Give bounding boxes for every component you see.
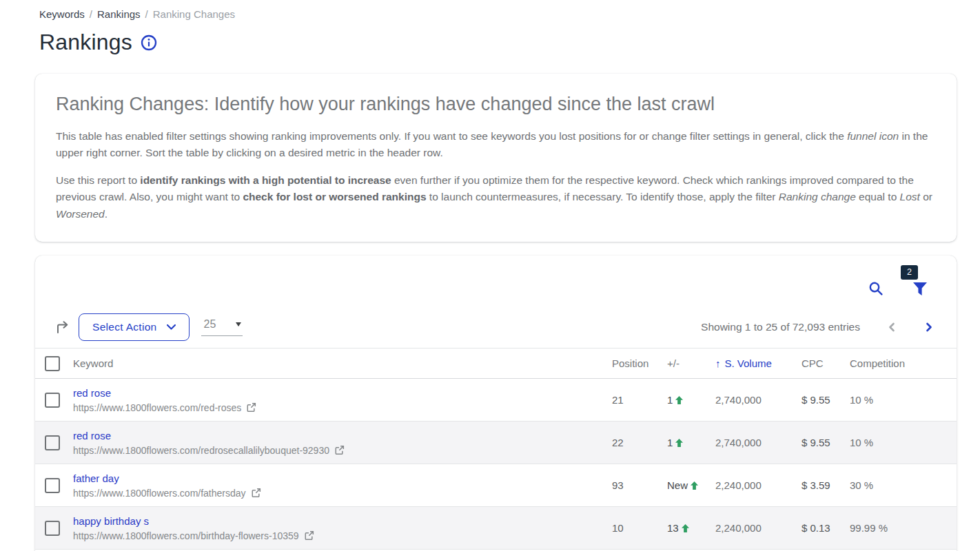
table-row: red rose https://www.1800flowers.com/red…: [35, 422, 957, 464]
position-value: 93: [612, 464, 667, 507]
ranking-changes-page: Keywords / Rankings / Ranking Changes Ra…: [0, 8, 980, 551]
position-value: 21: [612, 379, 667, 422]
rankings-table-card: 2 Select Action 25 Showing 1 to 25 of: [35, 256, 957, 551]
row-checkbox[interactable]: [45, 393, 60, 408]
table-action-row: Select Action 25 Showing 1 to 25 of 72,0…: [55, 313, 935, 342]
position-value: 22: [612, 422, 667, 464]
keyword-link[interactable]: red rose: [73, 430, 111, 441]
breadcrumb-keywords[interactable]: Keywords: [39, 8, 85, 20]
breadcrumb-rankings[interactable]: Rankings: [97, 8, 141, 20]
table-row: happy birthday s https://www.1800flowers…: [35, 507, 957, 550]
table-row: father day https://www.1800flowers.com/f…: [35, 464, 957, 507]
filter-value-lost: Lost: [900, 191, 920, 202]
table-row: red rose https://www.1800flowers.com/red…: [35, 379, 957, 422]
caret-down-icon: [236, 322, 241, 326]
row-checkbox[interactable]: [45, 435, 60, 450]
row-url: https://www.1800flowers.com/red-roses: [73, 402, 241, 413]
competition-value: 30 %: [850, 464, 957, 507]
page-size-select[interactable]: 25: [201, 318, 243, 336]
cpc-value: $ 3.59: [802, 464, 850, 507]
showing-entries-text: Showing 1 to 25 of 72,093 entries: [701, 321, 860, 333]
text-bold: identify rankings with a high potential …: [140, 174, 391, 186]
keyword-link[interactable]: red rose: [73, 387, 111, 399]
change-value: 1: [667, 437, 673, 448]
row-url: https://www.1800flowers.com/fathersday: [73, 488, 246, 499]
green-up-arrow-icon: [691, 481, 698, 490]
page-size-value: 25: [204, 318, 216, 331]
intro-paragraph-1: This table has enabled filter settings s…: [56, 128, 936, 162]
text: .: [105, 208, 108, 220]
cpc-value: $ 9.55: [802, 379, 850, 422]
intro-paragraph-2: Use this report to identify rankings wit…: [56, 172, 936, 222]
text: or: [920, 191, 932, 202]
change-value: 1: [667, 394, 673, 406]
table-header-row: Keyword Position +/- ↑S. Volume CPC Comp…: [35, 349, 957, 379]
cpc-value: $ 0.13: [802, 507, 850, 550]
volume-value: 2,740,000: [715, 379, 802, 422]
share-arrow-icon[interactable]: [55, 320, 70, 335]
breadcrumb-separator: /: [145, 8, 148, 20]
competition-value: 99.99 %: [850, 507, 957, 550]
external-link-icon[interactable]: [246, 402, 256, 413]
funnel-filter-icon[interactable]: [912, 282, 928, 300]
change-value: New: [667, 479, 688, 491]
sort-asc-icon: ↑: [715, 357, 721, 369]
external-link-icon[interactable]: [304, 530, 314, 541]
intro-card: Ranking Changes: Identify how your ranki…: [35, 74, 957, 242]
change-value: 13: [667, 522, 679, 534]
header-change[interactable]: +/-: [667, 349, 715, 379]
keyword-link[interactable]: happy birthday s: [73, 515, 149, 527]
breadcrumb-ranking-changes: Ranking Changes: [153, 8, 235, 20]
header-position[interactable]: Position: [612, 349, 667, 379]
intro-heading: Ranking Changes: Identify how your ranki…: [56, 94, 936, 115]
row-checkbox[interactable]: [45, 521, 60, 536]
volume-value: 2,240,000: [715, 464, 802, 507]
header-keyword[interactable]: Keyword: [73, 349, 612, 379]
row-url: https://www.1800flowers.com/birthday-flo…: [73, 530, 299, 541]
text-bold: check for lost or worsened rankings: [243, 191, 426, 202]
competition-value: 10 %: [850, 422, 957, 464]
volume-value: 2,740,000: [715, 422, 802, 464]
chevron-down-icon: [167, 324, 176, 330]
header-s-volume[interactable]: ↑S. Volume: [715, 349, 802, 379]
external-link-icon[interactable]: [251, 488, 261, 498]
external-link-icon[interactable]: [334, 445, 345, 455]
chevron-right-icon[interactable]: [923, 322, 935, 333]
cpc-value: $ 9.55: [802, 422, 850, 464]
volume-value: 2,240,000: [715, 507, 802, 550]
position-value: 10: [612, 507, 667, 550]
filter-value-worsened: Worsened: [56, 208, 105, 220]
select-action-dropdown[interactable]: Select Action: [79, 313, 190, 341]
green-up-arrow-icon: [675, 439, 683, 447]
filter-name-mention: Ranking change: [779, 191, 856, 202]
keyword-link[interactable]: father day: [73, 472, 119, 484]
breadcrumb-separator: /: [90, 8, 92, 20]
header-cpc[interactable]: CPC: [802, 349, 850, 379]
select-action-label: Select Action: [92, 321, 157, 333]
green-up-arrow-icon: [675, 396, 683, 404]
text: equal to: [856, 191, 900, 202]
page-title: Rankings: [39, 30, 132, 55]
chevron-left-icon[interactable]: [886, 322, 897, 333]
competition-value: 10 %: [850, 379, 957, 422]
filter-count-badge: 2: [901, 265, 918, 280]
green-up-arrow-icon: [682, 524, 689, 532]
search-icon[interactable]: [868, 280, 884, 300]
breadcrumb: Keywords / Rankings / Ranking Changes: [39, 8, 980, 20]
row-checkbox[interactable]: [45, 478, 60, 493]
header-competition[interactable]: Competition: [850, 349, 957, 379]
text: This table has enabled filter settings s…: [56, 130, 847, 142]
rankings-table: Keyword Position +/- ↑S. Volume CPC Comp…: [35, 348, 957, 551]
header-s-volume-label: S. Volume: [725, 357, 772, 369]
table-tools: 2: [846, 265, 936, 306]
info-circle-icon[interactable]: [141, 34, 157, 51]
text: Use this report to: [56, 174, 140, 186]
select-all-checkbox[interactable]: [45, 356, 60, 371]
text: to launch countermeasures, if necessary.…: [427, 191, 779, 202]
row-url: https://www.1800flowers.com/redrosecalla…: [73, 445, 329, 456]
funnel-icon-mention: funnel icon: [847, 130, 899, 142]
